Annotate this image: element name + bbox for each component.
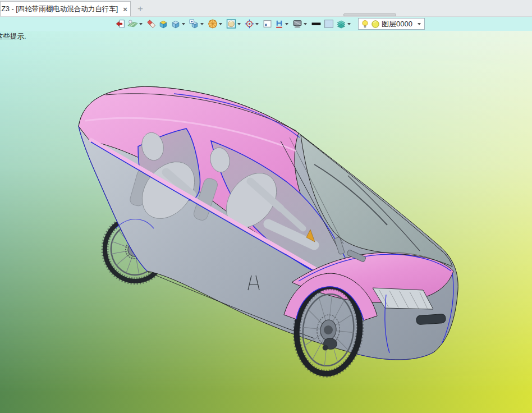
graphics-area: 这些提示. xyxy=(0,31,532,413)
monitor-display-button[interactable] xyxy=(292,18,309,30)
dropdown-caret-icon[interactable] xyxy=(237,23,241,25)
view-toolbar: 图层0000 xyxy=(0,17,532,31)
thick-line-icon xyxy=(311,19,322,29)
front-grille xyxy=(416,314,446,325)
eraser-icon xyxy=(146,19,156,29)
monitor-icon xyxy=(292,19,302,29)
layers-button[interactable] xyxy=(336,18,353,30)
h-dimension-icon xyxy=(274,19,284,29)
shaded-cube-icon xyxy=(171,19,181,29)
dropdown-caret-icon[interactable] xyxy=(285,23,288,25)
layer-color-icon xyxy=(371,20,380,29)
exit-door-red-arrow-icon xyxy=(116,19,125,29)
hint-text: 这些提示. xyxy=(0,32,26,42)
wireframe-display-button[interactable] xyxy=(207,18,224,30)
erase-button[interactable] xyxy=(146,18,157,30)
vehicle-model xyxy=(79,86,458,377)
lightbulb-icon xyxy=(361,20,369,29)
color-swatch-icon xyxy=(324,19,334,29)
line-width-button[interactable] xyxy=(310,18,322,30)
rotate-center-button[interactable] xyxy=(244,18,261,30)
dropdown-caret-icon[interactable] xyxy=(304,23,307,25)
framed-sphere-icon xyxy=(226,19,236,29)
dropdown-caret-icon[interactable] xyxy=(200,23,204,25)
exit-button[interactable] xyxy=(115,18,126,30)
isometric-view-button[interactable] xyxy=(158,18,169,30)
dimension-style-button[interactable] xyxy=(274,18,291,30)
cube-window-icon xyxy=(189,19,199,29)
isometric-box-icon xyxy=(158,19,168,29)
dropdown-caret-icon[interactable] xyxy=(139,23,143,25)
3d-viewport-canvas[interactable] xyxy=(0,31,532,413)
render-mode-button[interactable] xyxy=(226,18,243,30)
datum-plane-button[interactable] xyxy=(127,18,145,30)
dropdown-caret-icon[interactable] xyxy=(219,23,222,25)
tab-close-button[interactable]: × xyxy=(121,5,129,13)
dropdown-caret-icon[interactable] xyxy=(182,23,185,25)
datum-plane-icon xyxy=(127,19,138,29)
tab-strip-scrollbar[interactable] xyxy=(343,13,396,16)
document-tab-title: .Z3 - [四轮带雨棚电动混合动力自行车] xyxy=(0,4,118,14)
crosshair-target-icon xyxy=(245,19,254,29)
combo-caret-icon[interactable] xyxy=(418,23,421,25)
tab-strip: .Z3 - [四轮带雨棚电动混合动力自行车] × + xyxy=(0,0,532,17)
shaded-display-button[interactable] xyxy=(170,18,187,30)
document-tab[interactable]: .Z3 - [四轮带雨棚电动混合动力自行车] × xyxy=(0,1,131,16)
display-mode-button[interactable] xyxy=(189,18,206,30)
wireframe-polygon-icon xyxy=(208,19,218,29)
layer-selector-label: 图层0000 xyxy=(382,19,412,29)
new-tab-button[interactable]: + xyxy=(131,3,150,16)
dropdown-caret-icon[interactable] xyxy=(255,23,259,25)
dropdown-caret-icon[interactable] xyxy=(347,23,351,25)
background-color-button[interactable] xyxy=(323,18,334,30)
layers-stack-icon xyxy=(336,19,346,29)
layer-selector[interactable]: 图层0000 xyxy=(358,18,425,30)
viewport-frame-button[interactable] xyxy=(262,18,273,30)
viewport-frame-icon xyxy=(263,19,272,29)
